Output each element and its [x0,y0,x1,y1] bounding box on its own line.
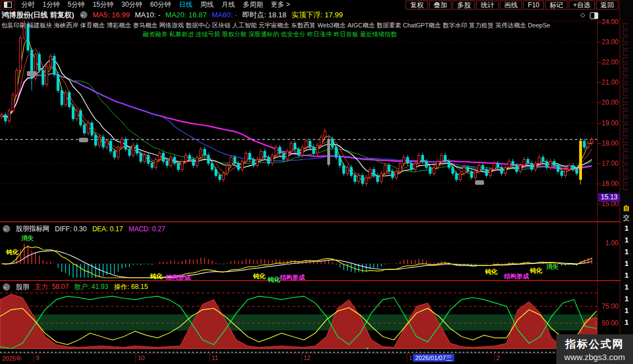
bottom-panel-title: 股朋 [16,282,29,292]
ma60-value: MA60: - [212,11,238,19]
strip-glyph-fragment [623,64,628,69]
strip-tab-char[interactable]: 自 [623,204,630,213]
macd-annotation: 消失 [546,263,558,271]
trading-app-window: 分时1分钟5分钟15分钟30分钟60分钟日线周线月线多周期更多 > 复权叠加多股… [0,0,633,364]
macd-annotation: 钝化 [485,268,497,276]
axis-month-label: 10 [138,354,145,361]
strip-glyph-fragment [623,118,628,123]
period-tab-6[interactable]: 日线 [179,0,192,10]
price-tick [598,123,601,124]
axis-month-tick [407,353,407,362]
chart-marker-blob [27,71,36,76]
strip-price-digit: 1 [625,295,629,303]
toolbar-button-8[interactable]: 返回 [596,1,618,10]
macd-annotation: 结构形成 [280,273,305,282]
chevron-down-icon[interactable]: ⌄ [80,11,87,18]
strip-glyph-fragment [623,124,628,129]
selected-date-badge[interactable]: 2026/01/07三 [413,354,454,362]
period-tabs: 分时1分钟5分钟15分钟30分钟60分钟日线周线月线多周期更多 > [17,0,294,10]
toolbar-button-2[interactable]: 多股 [453,1,475,10]
diamond-icon[interactable]: ◇ [580,11,585,18]
period-tab-9[interactable]: 多周期 [243,0,263,10]
watermark-title: 指标公式网 [565,337,624,352]
toolbar-button-5[interactable]: F10 [523,1,544,10]
macd-annotation: 钝化 [6,248,18,256]
period-tab-0[interactable]: 分时 [21,0,35,10]
ma5-value: MA5: 16.99 [92,11,130,19]
strip-glyph-fragment [623,131,628,136]
strip-price-digit: 1 [625,224,629,232]
ma10-value: MA10: - [135,11,161,19]
toolbar-button-1[interactable]: 叠加 [429,1,452,10]
half-panel-icon[interactable] [590,12,598,19]
caozuo-value: 操作: 68.15 [114,282,148,292]
right-edge-panel[interactable]: 自交111111111 [621,0,633,364]
toolbar-button-7[interactable]: +自选 [569,1,595,10]
macd-annotation: 钝化 [253,272,266,281]
period-toolbar: 分时1分钟5分钟15分钟30分钟60分钟日线周线月线多周期更多 > 复权叠加多股… [0,0,633,10]
signal-arrow-icon: ▼ [365,346,370,351]
strip-glyph-fragment [623,84,628,89]
macd-value: MACD: 0.27 [128,225,165,233]
concept-tags-row2[interactable]: 融资融券 私募新进 连续亏损 股权分散 深股通标的 低安全分 昨日涨停 昨日首板… [143,30,397,39]
price-label: 22.00 [598,58,618,66]
strip-price-digit: 1 [625,259,629,268]
axis-month-label: 12 [304,354,310,361]
macd-panel-title: 股朋指标网 [16,224,49,234]
ma20-value: MA20: 16.87 [165,11,207,19]
period-tab-4[interactable]: 30分钟 [122,0,142,10]
watermark-url: www.zbgs3.com [564,352,625,362]
price-tick [598,204,601,204]
strip-price-digit: 1 [625,236,629,244]
period-tab-10[interactable]: 更多 > [271,0,290,10]
strip-glyph-fragment [623,178,628,183]
chevron-down-icon[interactable]: ⌄ [3,283,10,291]
float-down-value: 实顶下浮: 17.99 [291,10,343,20]
period-tab-8[interactable]: 月线 [221,0,235,10]
strip-price-digit: 1 [625,283,629,291]
price-tick [598,62,601,63]
sentiment-panel-chart[interactable] [0,287,597,353]
toolbar-buttons: 复权叠加多股统计画线F10标记+自选返回 [404,1,618,10]
period-tab-5[interactable]: 60分钟 [150,0,171,10]
price-label: 24.00 [598,18,618,26]
period-tab-7[interactable]: 周线 [200,0,213,10]
strip-glyph-fragment [623,185,628,190]
time-axis[interactable]: 2025年9101112122026/01/07三 [0,353,633,363]
split-panel-icon [4,2,12,8]
price-tick [598,22,601,22]
axis-month-tick [494,353,495,362]
strip-glyph-fragment [623,71,628,76]
toolbar-button-4[interactable]: 画线 [500,1,522,10]
toolbar-button-6[interactable]: 标记 [545,1,567,10]
strip-price-digit: 1 [625,306,629,315]
strip-glyph-fragment [623,144,628,150]
price-label: 18.00 [598,139,618,147]
price-tick [598,102,601,103]
axis-divider [597,20,598,353]
strip-divider [620,0,620,364]
period-tab-2[interactable]: 5分钟 [68,0,85,10]
concept-tags-row1[interactable]: 包装印刷 福建板块 海峡西岸 体育概念 博彩概念 赛马概念 网络游戏 数据中心 … [1,21,550,30]
price-label: 16.00 [598,180,618,188]
chevron-down-icon[interactable]: ⌄ [3,225,10,232]
candlestick-chart[interactable] [0,20,597,221]
sanhu-value: 散户: 41.93 [75,282,109,292]
chart-title-bar: 鸿博股份(日线 前复权) ⌄ MA5: 16.99 MA10: - MA20: … [0,10,633,21]
toolbar-button-0[interactable]: 复权 [406,1,428,10]
price-label: 17.00 [598,160,618,167]
axis-month-tick [34,353,34,362]
strip-glyph-fragment [623,77,628,82]
toolbar-button-3[interactable]: 统计 [476,1,499,10]
strip-glyph-fragment [623,104,628,109]
macd-annotation: 结构形成 [504,272,529,281]
axis-year-label: 2025年 [2,354,22,363]
layout-icon-box[interactable] [1,1,15,10]
strip-glyph-fragment [623,97,628,102]
period-tab-1[interactable]: 1分钟 [43,0,60,10]
strip-glyph-fragment [623,50,628,55]
price-label: 21.00 [598,78,618,86]
period-tab-3[interactable]: 15分钟 [92,0,113,10]
strip-glyph-fragment [623,111,628,116]
strip-glyph-fragment [623,57,628,62]
